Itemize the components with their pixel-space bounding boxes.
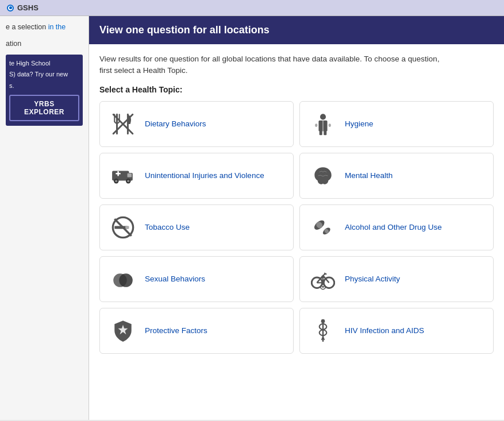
sidebar-promo-text3: s. — [9, 82, 79, 90]
bicycle-icon — [309, 265, 337, 293]
sidebar: e a selection in the ation te High Schoo… — [0, 16, 89, 420]
topic-card-mental-health[interactable]: Mental Health — [299, 153, 494, 199]
description-line1: View results for one question for all gl… — [99, 53, 494, 77]
injuries-link[interactable]: Unintentional Injuries and Violence — [145, 171, 264, 181]
main-body: View results for one question for all gl… — [89, 44, 504, 363]
svg-point-42 — [322, 285, 324, 287]
topic-card-injuries[interactable]: Unintentional Injuries and Violence — [99, 153, 294, 199]
top-bar: GSHS — [0, 0, 504, 16]
sexual-icon — [109, 265, 137, 293]
sidebar-instruction: e a selection in the — [6, 22, 83, 33]
svg-point-19 — [115, 180, 117, 182]
protective-factors-link[interactable]: Protective Factors — [145, 326, 207, 336]
hiv-aids-link[interactable]: HIV Infection and AIDS — [345, 326, 424, 336]
svg-rect-8 — [320, 130, 322, 135]
ambulance-icon — [109, 162, 137, 190]
mental-health-link[interactable]: Mental Health — [345, 171, 393, 181]
select-health-topic-label: Select a Health Topic: — [99, 85, 494, 94]
sidebar-promo-box: te High School S) data? Try our new s. Y… — [6, 55, 83, 126]
svg-rect-24 — [125, 226, 129, 229]
page-title: View one question for all locations — [99, 24, 494, 36]
topic-card-protective-factors[interactable]: Protective Factors — [99, 308, 294, 354]
svg-point-12 — [329, 123, 331, 127]
topics-grid: Dietary Behaviors — [99, 101, 494, 354]
svg-point-45 — [321, 319, 325, 323]
yrbs-explorer-button[interactable]: YRBS EXPLORER — [9, 95, 79, 121]
fork-knife-icon — [109, 110, 137, 138]
sidebar-promo-text2: S) data? Try our new — [9, 70, 79, 79]
physical-activity-link[interactable]: Physical Activity — [345, 274, 400, 284]
topic-card-dietary-behaviors[interactable]: Dietary Behaviors — [99, 101, 294, 147]
svg-point-31 — [119, 273, 133, 287]
sexual-behaviors-link[interactable]: Sexual Behaviors — [145, 274, 205, 284]
svg-rect-9 — [324, 130, 326, 135]
alcohol-drug-link[interactable]: Alcohol and Other Drug Use — [345, 222, 442, 233]
topic-card-hiv-aids[interactable]: HIV Infection and AIDS — [299, 308, 494, 354]
sidebar-promo-text1: te High School — [9, 59, 79, 68]
topic-card-physical-activity[interactable]: Physical Activity — [299, 256, 494, 302]
dietary-behaviors-link[interactable]: Dietary Behaviors — [145, 119, 206, 129]
svg-rect-15 — [128, 173, 132, 177]
gshs-radio[interactable] — [7, 5, 14, 11]
tobacco-use-link[interactable]: Tobacco Use — [145, 222, 190, 233]
shield-icon — [109, 317, 137, 345]
topic-card-hygiene[interactable]: Hygiene — [299, 101, 494, 147]
pills-icon — [309, 214, 337, 241]
svg-point-11 — [315, 123, 317, 127]
no-smoking-icon — [109, 214, 137, 241]
svg-line-40 — [321, 277, 325, 277]
hygiene-icon — [309, 110, 337, 138]
svg-rect-17 — [117, 171, 119, 176]
gshs-label: GSHS — [17, 3, 39, 12]
svg-point-21 — [127, 180, 129, 182]
main-header: View one question for all locations — [89, 16, 504, 44]
svg-rect-13 — [112, 171, 129, 180]
sidebar-section: ation — [6, 40, 83, 48]
main-content: View one question for all locations View… — [89, 16, 504, 420]
hygiene-link[interactable]: Hygiene — [345, 119, 374, 129]
svg-point-6 — [320, 114, 326, 119]
topic-card-tobacco[interactable]: Tobacco Use — [99, 204, 294, 250]
main-layout: e a selection in the ation te High Schoo… — [0, 16, 504, 420]
caduceus-icon — [309, 317, 337, 345]
mental-health-icon — [309, 162, 337, 190]
topic-card-alcohol-drug[interactable]: Alcohol and Other Drug Use — [299, 204, 494, 250]
topic-card-sexual-behaviors[interactable]: Sexual Behaviors — [99, 256, 294, 302]
